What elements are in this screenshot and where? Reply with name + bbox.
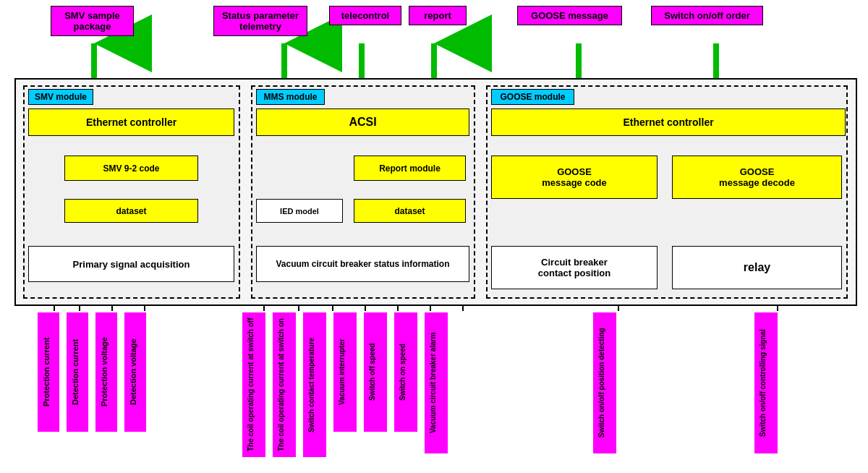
- vcb-alarm-label: Vacuum circuit breaker alarm: [425, 312, 448, 453]
- cb-contact: Circuit breakercontact position: [491, 246, 658, 289]
- switch-temp-label: Switch contact temperature: [303, 312, 326, 457]
- goose-msg-label: GOOSE message: [517, 6, 622, 25]
- telecontrol-label: telecontrol: [329, 6, 401, 25]
- ied-model: IED model: [256, 199, 343, 223]
- relay: relay: [672, 246, 842, 289]
- vcb-status: Vacuum circuit breaker status informatio…: [256, 246, 469, 282]
- switch-on-speed-label: Switch on speed: [394, 312, 417, 432]
- status-param-label: Status parametertelemetry: [213, 6, 307, 36]
- coil-current-off-label: The coil operating current at switch off: [242, 312, 265, 457]
- diagram-container: SMV sample package Status parametertelem…: [0, 0, 868, 473]
- mid-dashed-section: MMS module ACSI Report module IED model …: [251, 85, 475, 299]
- detection-current-label: Detection current: [67, 312, 88, 432]
- acsi: ACSI: [256, 108, 469, 136]
- goose-decode: GOOSEmessage decode: [672, 155, 842, 199]
- protection-current-label: Protection current: [38, 312, 59, 432]
- dataset-mid: dataset: [354, 199, 466, 223]
- dataset-left: dataset: [64, 199, 198, 223]
- report-label: report: [409, 6, 467, 25]
- protection-voltage-label: Protection voltage: [95, 312, 117, 432]
- smv-sample-label: SMV sample package: [51, 6, 134, 36]
- switch-order-label: Switch on/off order: [651, 6, 763, 25]
- goose-module: GOOSE module: [491, 89, 574, 105]
- vacuum-interrupter-label: Vacuum interrupter: [333, 312, 357, 432]
- coil-current-on-label: The coil operating current at switch on: [273, 312, 296, 457]
- smv-module: SMV module: [28, 89, 93, 105]
- eth-ctrl-left: Ethernet controller: [28, 108, 234, 136]
- detection-voltage-label: Detection voltage: [124, 312, 146, 432]
- switch-off-speed-label: Switch off speed: [364, 312, 387, 432]
- report-module: Report module: [354, 155, 466, 181]
- main-box: SMV module Ethernet controller SMV 9-2 c…: [14, 78, 857, 306]
- eth-ctrl-right: Ethernet controller: [491, 108, 846, 136]
- right-dashed-section: GOOSE module Ethernet controller GOOSEme…: [486, 85, 848, 299]
- switch-controlling-label: Switch on/off controlling signal: [754, 312, 778, 453]
- left-dashed-section: SMV module Ethernet controller SMV 9-2 c…: [23, 85, 240, 299]
- mms-module: MMS module: [256, 89, 325, 105]
- goose-code: GOOSEmessage code: [491, 155, 658, 199]
- switch-position-label: Switch on/off position detecting: [593, 312, 616, 453]
- smv92-code: SMV 9-2 code: [64, 155, 198, 181]
- primary-signal: Primary signal acquisition: [28, 246, 234, 282]
